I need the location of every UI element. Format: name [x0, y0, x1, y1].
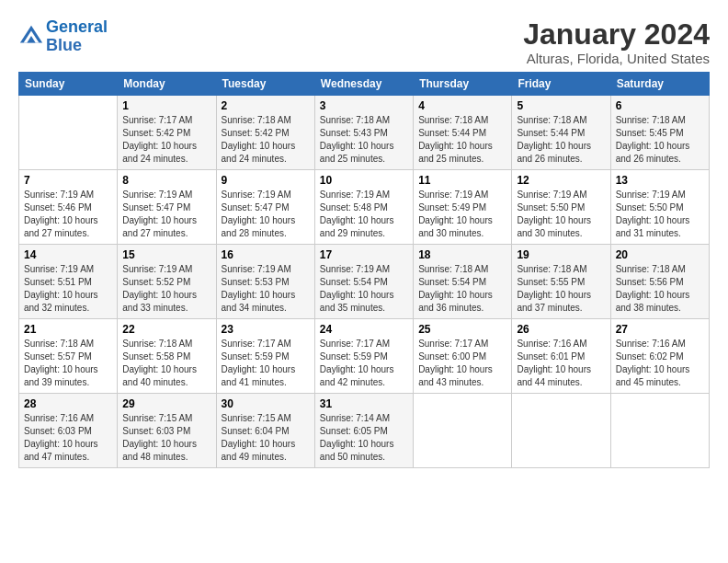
day-info: Sunrise: 7:18 AM Sunset: 5:54 PM Dayligh…: [418, 263, 506, 315]
day-number: 10: [320, 174, 408, 187]
calendar-cell: 29Sunrise: 7:15 AM Sunset: 6:03 PM Dayli…: [118, 394, 216, 468]
calendar-cell: 13Sunrise: 7:19 AM Sunset: 5:50 PM Dayli…: [610, 170, 709, 245]
logo: General Blue: [18, 18, 108, 55]
day-info: Sunrise: 7:19 AM Sunset: 5:52 PM Dayligh…: [122, 263, 210, 315]
day-info: Sunrise: 7:14 AM Sunset: 6:05 PM Dayligh…: [320, 412, 408, 464]
calendar-cell: 17Sunrise: 7:19 AM Sunset: 5:54 PM Dayli…: [314, 245, 413, 319]
header-thursday: Thursday: [414, 73, 512, 96]
day-info: Sunrise: 7:18 AM Sunset: 5:44 PM Dayligh…: [418, 114, 506, 166]
calendar-title: January 2024: [523, 18, 710, 51]
calendar-cell: 25Sunrise: 7:17 AM Sunset: 6:00 PM Dayli…: [414, 319, 512, 394]
calendar-cell: 21Sunrise: 7:18 AM Sunset: 5:57 PM Dayli…: [19, 319, 118, 394]
header-friday: Friday: [512, 73, 610, 96]
day-number: 22: [122, 323, 210, 336]
day-info: Sunrise: 7:18 AM Sunset: 5:58 PM Dayligh…: [122, 338, 210, 389]
day-number: 25: [418, 323, 506, 336]
logo-text: General Blue: [46, 18, 108, 55]
day-info: Sunrise: 7:19 AM Sunset: 5:47 PM Dayligh…: [122, 189, 210, 240]
day-number: 4: [418, 99, 506, 112]
day-number: 12: [517, 174, 605, 187]
day-info: Sunrise: 7:18 AM Sunset: 5:43 PM Dayligh…: [320, 114, 408, 166]
day-info: Sunrise: 7:15 AM Sunset: 6:04 PM Dayligh…: [222, 412, 310, 464]
day-number: 3: [320, 99, 408, 112]
calendar-cell: 24Sunrise: 7:17 AM Sunset: 5:59 PM Dayli…: [314, 319, 413, 394]
day-info: Sunrise: 7:19 AM Sunset: 5:54 PM Dayligh…: [320, 263, 408, 315]
calendar-subtitle: Alturas, Florida, United States: [523, 51, 710, 66]
calendar-cell: 3Sunrise: 7:18 AM Sunset: 5:43 PM Daylig…: [314, 96, 413, 170]
calendar-week-row: 7Sunrise: 7:19 AM Sunset: 5:46 PM Daylig…: [19, 170, 710, 245]
day-info: Sunrise: 7:18 AM Sunset: 5:57 PM Dayligh…: [24, 338, 112, 389]
day-info: Sunrise: 7:19 AM Sunset: 5:50 PM Dayligh…: [517, 189, 605, 240]
day-info: Sunrise: 7:19 AM Sunset: 5:51 PM Dayligh…: [24, 263, 112, 315]
day-number: 15: [122, 248, 210, 261]
day-info: Sunrise: 7:16 AM Sunset: 6:01 PM Dayligh…: [517, 338, 605, 389]
calendar-cell: 8Sunrise: 7:19 AM Sunset: 5:47 PM Daylig…: [118, 170, 216, 245]
day-number: 2: [222, 99, 310, 112]
calendar-cell: 27Sunrise: 7:16 AM Sunset: 6:02 PM Dayli…: [610, 319, 709, 394]
day-number: 30: [222, 397, 310, 410]
day-number: 20: [616, 248, 704, 261]
calendar-cell: [19, 96, 118, 170]
calendar-cell: 18Sunrise: 7:18 AM Sunset: 5:54 PM Dayli…: [414, 245, 512, 319]
day-info: Sunrise: 7:19 AM Sunset: 5:50 PM Dayligh…: [616, 189, 704, 240]
calendar-week-row: 14Sunrise: 7:19 AM Sunset: 5:51 PM Dayli…: [19, 245, 710, 319]
title-block: January 2024 Alturas, Florida, United St…: [523, 18, 710, 66]
day-number: 18: [418, 248, 506, 261]
day-info: Sunrise: 7:18 AM Sunset: 5:56 PM Dayligh…: [616, 263, 704, 315]
calendar-cell: 7Sunrise: 7:19 AM Sunset: 5:46 PM Daylig…: [19, 170, 118, 245]
calendar-cell: 23Sunrise: 7:17 AM Sunset: 5:59 PM Dayli…: [216, 319, 314, 394]
calendar-cell: 26Sunrise: 7:16 AM Sunset: 6:01 PM Dayli…: [512, 319, 610, 394]
calendar-cell: 6Sunrise: 7:18 AM Sunset: 5:45 PM Daylig…: [610, 96, 709, 170]
calendar-cell: 28Sunrise: 7:16 AM Sunset: 6:03 PM Dayli…: [19, 394, 118, 468]
day-number: 1: [122, 99, 210, 112]
day-number: 16: [222, 248, 310, 261]
page-container: General Blue January 2024 Alturas, Flori…: [0, 0, 728, 477]
calendar-cell: 9Sunrise: 7:19 AM Sunset: 5:47 PM Daylig…: [216, 170, 314, 245]
day-info: Sunrise: 7:17 AM Sunset: 5:42 PM Dayligh…: [122, 114, 210, 166]
day-number: 6: [616, 99, 704, 112]
day-info: Sunrise: 7:18 AM Sunset: 5:44 PM Dayligh…: [517, 114, 605, 166]
calendar-cell: 20Sunrise: 7:18 AM Sunset: 5:56 PM Dayli…: [610, 245, 709, 319]
calendar-week-row: 21Sunrise: 7:18 AM Sunset: 5:57 PM Dayli…: [19, 319, 710, 394]
calendar-body: 1Sunrise: 7:17 AM Sunset: 5:42 PM Daylig…: [19, 96, 710, 468]
day-info: Sunrise: 7:16 AM Sunset: 6:03 PM Dayligh…: [24, 412, 112, 464]
calendar-table: Sunday Monday Tuesday Wednesday Thursday…: [18, 72, 710, 468]
day-info: Sunrise: 7:18 AM Sunset: 5:55 PM Dayligh…: [517, 263, 605, 315]
day-number: 9: [222, 174, 310, 187]
calendar-cell: 15Sunrise: 7:19 AM Sunset: 5:52 PM Dayli…: [118, 245, 216, 319]
day-info: Sunrise: 7:18 AM Sunset: 5:42 PM Dayligh…: [222, 114, 310, 166]
day-number: 11: [418, 174, 506, 187]
day-number: 8: [122, 174, 210, 187]
header: General Blue January 2024 Alturas, Flori…: [18, 18, 710, 66]
day-number: 27: [616, 323, 704, 336]
day-number: 14: [24, 248, 112, 261]
day-info: Sunrise: 7:19 AM Sunset: 5:49 PM Dayligh…: [418, 189, 506, 240]
calendar-cell: 10Sunrise: 7:19 AM Sunset: 5:48 PM Dayli…: [314, 170, 413, 245]
day-info: Sunrise: 7:16 AM Sunset: 6:02 PM Dayligh…: [616, 338, 704, 389]
day-info: Sunrise: 7:15 AM Sunset: 6:03 PM Dayligh…: [122, 412, 210, 464]
day-number: 29: [122, 397, 210, 410]
day-info: Sunrise: 7:19 AM Sunset: 5:48 PM Dayligh…: [320, 189, 408, 240]
calendar-cell: 5Sunrise: 7:18 AM Sunset: 5:44 PM Daylig…: [512, 96, 610, 170]
calendar-header-row: Sunday Monday Tuesday Wednesday Thursday…: [19, 73, 710, 96]
calendar-cell: 12Sunrise: 7:19 AM Sunset: 5:50 PM Dayli…: [512, 170, 610, 245]
calendar-cell: [512, 394, 610, 468]
day-number: 7: [24, 174, 112, 187]
calendar-cell: 30Sunrise: 7:15 AM Sunset: 6:04 PM Dayli…: [216, 394, 314, 468]
day-info: Sunrise: 7:19 AM Sunset: 5:46 PM Dayligh…: [24, 189, 112, 240]
calendar-cell: 4Sunrise: 7:18 AM Sunset: 5:44 PM Daylig…: [414, 96, 512, 170]
calendar-cell: 14Sunrise: 7:19 AM Sunset: 5:51 PM Dayli…: [19, 245, 118, 319]
day-number: 5: [517, 99, 605, 112]
calendar-cell: 31Sunrise: 7:14 AM Sunset: 6:05 PM Dayli…: [314, 394, 413, 468]
day-number: 31: [320, 397, 408, 410]
day-number: 23: [222, 323, 310, 336]
calendar-cell: 1Sunrise: 7:17 AM Sunset: 5:42 PM Daylig…: [118, 96, 216, 170]
calendar-cell: [414, 394, 512, 468]
day-info: Sunrise: 7:17 AM Sunset: 6:00 PM Dayligh…: [418, 338, 506, 389]
day-info: Sunrise: 7:17 AM Sunset: 5:59 PM Dayligh…: [320, 338, 408, 389]
calendar-cell: [610, 394, 709, 468]
header-tuesday: Tuesday: [216, 73, 314, 96]
calendar-cell: 16Sunrise: 7:19 AM Sunset: 5:53 PM Dayli…: [216, 245, 314, 319]
calendar-cell: 19Sunrise: 7:18 AM Sunset: 5:55 PM Dayli…: [512, 245, 610, 319]
day-info: Sunrise: 7:18 AM Sunset: 5:45 PM Dayligh…: [616, 114, 704, 166]
